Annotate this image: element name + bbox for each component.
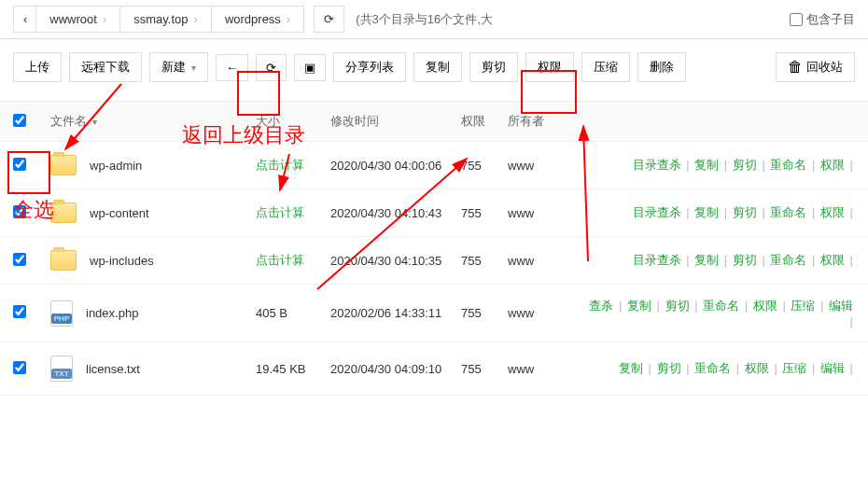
chevron-right-icon: › [103,12,106,26]
folder-icon [50,202,77,223]
refresh-icon: ⟳ [266,61,276,75]
row-checkbox[interactable] [13,158,26,171]
chevron-left-icon: ‹ [23,12,27,26]
recycle-bin-button[interactable]: 🗑回收站 [776,52,855,82]
breadcrumb: wwwroot›ssmay.top›wordpress› [36,6,304,33]
row-action[interactable]: 重命名 [703,299,739,313]
row-action[interactable]: 重命名 [770,158,806,172]
sort-caret-icon: ▾ [92,117,97,127]
filename[interactable]: license.txt [86,362,140,376]
breadcrumb-bar: ‹ wwwroot›ssmay.top›wordpress› ⟳ (共3个目录与… [0,0,868,39]
row-action[interactable]: 权限 [820,253,845,267]
include-subdir-toggle[interactable]: 包含子目 [790,11,855,28]
chevron-right-icon: › [194,12,198,26]
row-action[interactable]: 目录查杀 [633,158,681,172]
filename[interactable]: wp-includes [90,254,154,268]
terminal-icon: ▣ [304,61,315,75]
row-action[interactable]: 复制 [627,299,651,313]
row-action[interactable]: 重命名 [770,253,806,267]
toolbar: 上传 远程下载 新建▾ ← ⟳ ▣ 分享列表 复制 剪切 权限 压缩 删除 🗑回… [0,39,868,101]
table-header: 文件名▾ 大小 修改时间 权限 所有者 [0,101,868,142]
folder-icon [50,155,77,175]
copy-button[interactable]: 复制 [413,52,462,82]
row-action[interactable]: 重命名 [694,361,731,375]
filename[interactable]: wp-content [90,206,149,220]
directory-summary: (共3个目录与16个文件,大 [356,11,493,28]
permission-button[interactable]: 权限 [525,52,574,82]
row-action[interactable]: 权限 [820,158,845,172]
calculate-size-link[interactable]: 点击计算 [256,253,304,267]
column-mtime[interactable]: 修改时间 [330,113,461,130]
row-action[interactable]: 剪切 [733,253,757,267]
upload-button[interactable]: 上传 [13,52,62,82]
column-perm: 权限 [461,113,508,130]
toolbar-refresh-button[interactable]: ⟳ [256,54,287,81]
column-size[interactable]: 大小 [256,113,330,130]
select-all-checkbox[interactable] [13,114,26,127]
table-row[interactable]: wp-content 点击计算 2020/04/30 04:10:43 755 … [0,189,868,237]
trash-icon: 🗑 [788,59,803,76]
filename[interactable]: wp-admin [90,159,142,173]
filename[interactable]: index.php [86,306,138,320]
column-owner: 所有者 [508,113,582,130]
include-subdir-checkbox[interactable] [790,13,803,26]
row-checkbox[interactable] [13,361,26,374]
breadcrumb-item[interactable]: ssmay.top› [119,6,212,33]
row-action[interactable]: 复制 [694,253,719,267]
folder-icon [50,250,77,271]
remote-download-button[interactable]: 远程下载 [69,52,142,82]
row-checkbox[interactable] [13,205,26,218]
row-action[interactable]: 权限 [820,205,845,219]
arrow-left-icon: ← [226,61,238,75]
column-filename[interactable]: 文件名▾ [50,113,256,130]
share-list-button[interactable]: 分享列表 [333,52,406,82]
row-action[interactable]: 目录查杀 [633,253,681,267]
new-button[interactable]: 新建▾ [149,52,208,82]
refresh-icon: ⟳ [324,12,334,26]
toolbar-terminal-button[interactable]: ▣ [294,54,326,81]
toolbar-back-button[interactable]: ← [216,54,248,81]
row-action[interactable]: 压缩 [791,299,815,313]
cut-button[interactable]: 剪切 [469,52,518,82]
table-row[interactable]: TXTlicense.txt 19.45 KB 2020/04/30 04:09… [0,342,868,396]
breadcrumb-item[interactable]: wordpress› [211,6,304,33]
row-action[interactable]: 复制 [694,205,719,219]
calculate-size-link[interactable]: 点击计算 [256,158,304,172]
refresh-button[interactable]: ⟳ [314,6,344,33]
row-action[interactable]: 权限 [745,361,769,375]
caret-down-icon: ▾ [191,63,196,73]
row-action[interactable]: 剪切 [733,205,757,219]
table-row[interactable]: wp-admin 点击计算 2020/04/30 04:00:06 755 ww… [0,142,868,189]
file-table-body: wp-admin 点击计算 2020/04/30 04:00:06 755 ww… [0,142,868,396]
row-action[interactable]: 权限 [753,299,777,313]
table-row[interactable]: PHPindex.php 405 B 2020/02/06 14:33:11 7… [0,285,868,342]
nav-back-button[interactable]: ‹ [13,6,36,33]
chevron-right-icon: › [287,12,290,26]
row-action[interactable]: 编辑 [820,361,845,375]
row-checkbox[interactable] [13,253,26,266]
row-action[interactable]: 编辑 [829,299,853,313]
row-action[interactable]: 剪切 [733,158,757,172]
row-action[interactable]: 剪切 [657,361,681,375]
calculate-size-link[interactable]: 点击计算 [256,205,304,219]
row-action[interactable]: 剪切 [665,299,690,313]
delete-button[interactable]: 删除 [637,52,686,82]
row-checkbox[interactable] [13,305,26,318]
row-action[interactable]: 复制 [694,158,719,172]
compress-button[interactable]: 压缩 [581,52,630,82]
row-action[interactable]: 压缩 [782,361,806,375]
row-action[interactable]: 重命名 [770,205,806,219]
file-icon: PHP [50,300,73,327]
breadcrumb-item[interactable]: wwwroot› [35,6,120,33]
row-action[interactable]: 目录查杀 [633,205,681,219]
row-action[interactable]: 复制 [619,361,643,375]
table-row[interactable]: wp-includes 点击计算 2020/04/30 04:10:35 755… [0,237,868,285]
row-action[interactable]: 查杀 [589,299,613,313]
file-icon: TXT [50,356,73,382]
